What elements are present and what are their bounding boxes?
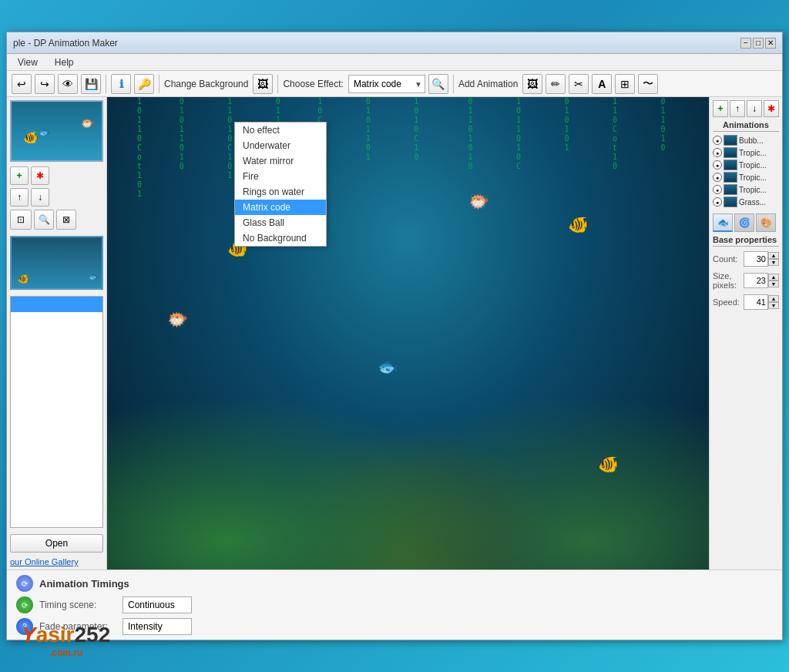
speed-input[interactable]: [744, 294, 768, 310]
anim-thumb-1: [724, 147, 737, 158]
anim-eye-1[interactable]: ●: [713, 148, 722, 157]
zoom-fit-button[interactable]: ⊡: [10, 210, 32, 230]
separator-4: [453, 75, 454, 93]
anim-item-5: ● Grass...: [713, 197, 779, 207]
anim-item-3: ● Tropic...: [713, 172, 779, 183]
prop-tab-base[interactable]: 🐟: [713, 213, 733, 232]
property-tabs: 🐟 🌀 🎨: [713, 213, 779, 232]
anim-down-button[interactable]: ↓: [747, 100, 762, 117]
zoom-in-button[interactable]: 🔍: [34, 210, 54, 230]
anim-up-button[interactable]: ↑: [730, 100, 745, 117]
size-label: Size, pixels:: [713, 271, 744, 290]
effect-search-button[interactable]: 🔍: [428, 74, 448, 94]
anim-name-5: Grass...: [739, 198, 766, 207]
menu-help[interactable]: Help: [50, 55, 79, 69]
anim-add-button[interactable]: +: [713, 100, 728, 117]
anim-eye-5[interactable]: ●: [713, 197, 722, 207]
base-properties-section: Base properties Count: ▲ ▼ Size, pixels:: [713, 235, 779, 314]
watermark-y: Y: [22, 623, 36, 647]
fish-2: 🐡: [167, 310, 188, 330]
add-anim-button[interactable]: 🖼: [522, 74, 542, 94]
fish-6: 🐡: [468, 192, 489, 212]
main-thumbnail[interactable]: 🐠 🐟 🐡: [10, 100, 103, 162]
effect-option-fire[interactable]: Fire: [235, 169, 326, 184]
fish-3: 🐠: [568, 215, 589, 235]
animation-timings-title: Animation Timings: [39, 578, 129, 590]
animations-section: Animations ● Bubb... ● Tropic... ● Tropi…: [713, 120, 779, 209]
size-up[interactable]: ▲: [768, 274, 779, 281]
close-button[interactable]: ✕: [765, 38, 776, 49]
timing-scene-label: Timing scene:: [39, 600, 116, 610]
timing-scene-select[interactable]: Continuous Once Random: [123, 596, 192, 613]
effect-option-glass-ball[interactable]: Glass Ball: [235, 215, 326, 230]
grid-button[interactable]: ⊞: [615, 74, 635, 94]
anim-name-4: Tropic...: [739, 186, 767, 194]
delete-thumb-button[interactable]: ✱: [31, 166, 49, 185]
anim-name-3: Tropic...: [739, 173, 767, 182]
size-down[interactable]: ▼: [768, 281, 779, 287]
anim-item-0: ● Bubb...: [713, 135, 779, 146]
gallery-link[interactable]: our Online Gallery: [10, 557, 103, 566]
anim-item-1: ● Tropic...: [713, 147, 779, 158]
anim-eye-2[interactable]: ●: [713, 160, 722, 170]
anim-delete-button[interactable]: ✱: [764, 100, 779, 117]
change-bg-label: Change Background: [164, 79, 248, 89]
effect-option-no-effect[interactable]: No effect: [235, 123, 326, 138]
maximize-button[interactable]: □: [753, 38, 764, 49]
toolbar-redo-button[interactable]: ↪: [35, 74, 55, 94]
main-toolbar: ↩ ↪ 👁 💾 ℹ 🔑 Change Background 🖼 Choose E…: [7, 71, 782, 97]
title-bar: ple - DP Animation Maker − □ ✕: [7, 32, 782, 54]
fade-parameter-select[interactable]: Intensity Alpha Size: [123, 618, 192, 635]
anim-eye-3[interactable]: ●: [713, 173, 722, 182]
file-list: [10, 296, 103, 528]
prop-tab-anim[interactable]: 🌀: [734, 213, 754, 232]
toolbar-eye-button[interactable]: 👁: [58, 74, 78, 94]
size-input[interactable]: [744, 273, 768, 288]
choose-effect-label: Choose Effect:: [283, 79, 344, 89]
fish-4: 🐟: [378, 357, 398, 377]
fish-5: 🐠: [598, 455, 619, 475]
aquarium-background: 10110Cot101 01011010 11010C101 0110101 1…: [107, 97, 709, 570]
toolbar-info-button[interactable]: ℹ: [111, 74, 131, 94]
effect-option-water-mirror[interactable]: Water mirror: [235, 153, 326, 169]
wave-button[interactable]: 〜: [638, 74, 658, 94]
toolbar-key-button[interactable]: 🔑: [134, 74, 154, 94]
speed-spinner: ▲ ▼: [768, 295, 779, 309]
anim-eye-4[interactable]: ●: [713, 185, 722, 194]
main-window: ple - DP Animation Maker − □ ✕ View Help…: [6, 32, 783, 640]
count-down[interactable]: ▼: [768, 259, 779, 266]
edit-anim-button[interactable]: ✏: [546, 74, 566, 94]
speed-row: Speed: ▲ ▼: [713, 294, 779, 310]
scissors-button[interactable]: ✂: [569, 74, 589, 94]
effect-option-underwater[interactable]: Underwater: [235, 138, 326, 153]
effect-option-matrix[interactable]: Matrix code: [235, 200, 326, 215]
toolbar-undo-button[interactable]: ↩: [12, 74, 32, 94]
tool3-button[interactable]: ⊠: [56, 210, 76, 230]
anim-name-0: Bubb...: [739, 136, 764, 145]
change-bg-button[interactable]: 🖼: [253, 74, 273, 94]
bottom-title-row: ⟳ Animation Timings: [16, 575, 773, 592]
speed-up[interactable]: ▲: [768, 295, 779, 302]
timing-row: ⟳ Timing scene: Continuous Once Random: [16, 596, 773, 613]
menu-bar: View Help: [7, 54, 782, 71]
open-button[interactable]: Open: [10, 534, 103, 553]
speed-label: Speed:: [713, 297, 740, 307]
speed-down[interactable]: ▼: [768, 302, 779, 309]
count-input[interactable]: [744, 251, 768, 267]
effect-option-no-bg[interactable]: No Background: [235, 230, 326, 246]
anim-item-2: ● Tropic...: [713, 160, 779, 170]
minimize-button[interactable]: −: [740, 38, 751, 49]
up-thumb-button[interactable]: ↑: [10, 188, 29, 207]
effect-option-rings[interactable]: Rings on water: [235, 184, 326, 200]
prop-tab-color[interactable]: 🎨: [756, 213, 776, 232]
text-button[interactable]: A: [592, 74, 612, 94]
list-selected-item[interactable]: [11, 297, 102, 312]
menu-view[interactable]: View: [13, 55, 42, 69]
add-thumb-button[interactable]: +: [10, 166, 29, 185]
toolbar-save-button[interactable]: 💾: [81, 74, 101, 94]
small-thumbnail[interactable]: 🐠 🐟: [10, 236, 103, 290]
down-thumb-button[interactable]: ↓: [31, 188, 49, 207]
count-up[interactable]: ▲: [768, 252, 779, 259]
effect-select[interactable]: Matrix code: [348, 75, 425, 93]
anim-eye-0[interactable]: ●: [713, 136, 722, 145]
